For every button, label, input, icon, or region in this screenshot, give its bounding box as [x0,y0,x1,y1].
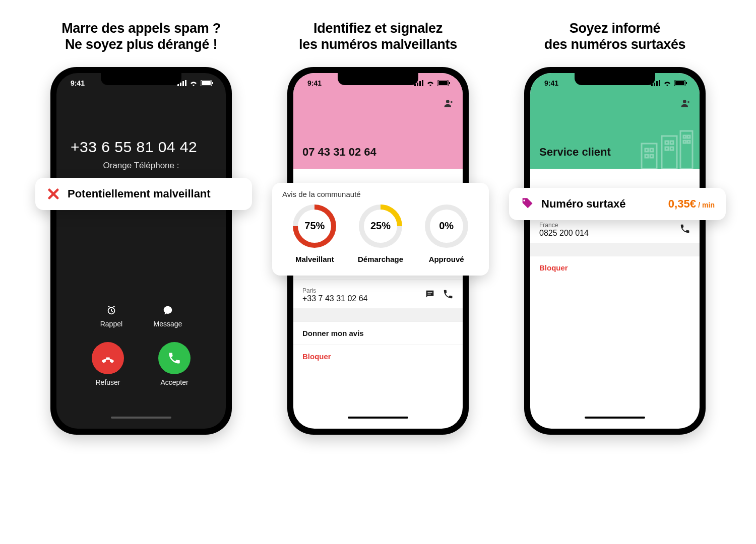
svg-rect-19 [654,83,655,86]
svg-point-41 [523,199,525,201]
detail-number: +33 7 43 31 02 64 [302,294,367,303]
svg-rect-21 [659,80,660,86]
buildings-icon [639,128,695,169]
callout-malicious: Potentiellement malveillant [35,178,252,210]
svg-rect-16 [427,292,432,293]
svg-rect-30 [650,155,653,158]
give-opinion-link[interactable]: Donner mon avis [293,321,463,345]
phone-mock-2: 9:41 07 43 31 02 64 [287,67,469,435]
svg-rect-20 [656,81,658,86]
svg-rect-2 [182,81,184,86]
add-contact-button[interactable] [680,98,690,110]
svg-rect-29 [645,155,648,158]
phone-decline-icon [100,351,115,366]
panel-2-headline: Identifiez et signalez les numéros malve… [299,20,457,53]
message-button[interactable]: Message [153,305,182,328]
donut-malicious: 75% Malveillant [293,205,336,263]
svg-rect-11 [422,80,423,86]
svg-rect-8 [414,84,416,86]
svg-rect-24 [686,82,687,84]
call-button[interactable] [679,223,690,236]
panel-3-headline: Soyez informé des numéros surtaxés [544,20,686,53]
detail-country: France [539,222,589,229]
svg-rect-6 [212,82,213,84]
svg-rect-17 [427,294,430,294]
status-icons [651,80,687,86]
phone-icon [443,289,454,300]
status-time: 9:41 [307,79,322,87]
svg-rect-14 [449,82,450,84]
cross-icon [46,187,60,201]
svg-rect-10 [419,81,421,86]
panel-1-headline: Marre des appels spam ? Ne soyez plus dé… [61,20,221,53]
detail-number: 0825 200 014 [539,229,589,237]
phone-mock-1: 9:41 +33 6 55 81 04 42 Orange Téléphone … [50,67,232,435]
svg-point-25 [683,100,686,103]
incoming-call-number: +33 6 55 81 04 42 [56,93,226,158]
svg-rect-33 [670,141,673,144]
incoming-call-app-label: Orange Téléphone : [56,161,226,171]
message-icon [162,305,173,316]
svg-rect-23 [675,81,684,85]
phone-icon [679,223,690,234]
header-service-title: Service client [539,146,611,159]
status-time: 9:41 [544,79,558,87]
svg-rect-32 [665,141,668,144]
header-phone-number: 07 43 31 02 64 [302,146,376,159]
svg-rect-37 [683,135,686,138]
svg-rect-40 [687,141,690,143]
svg-rect-31 [662,136,677,169]
block-link[interactable]: Bloquer [530,256,700,279]
donut-telemarket: 25% Démarchage [358,205,403,263]
donut-approved: 0% Approuvé [425,205,468,263]
callout-premium-text: Numéro surtaxé [541,197,626,211]
svg-rect-1 [180,83,181,86]
status-icons [177,80,214,86]
status-time: 9:41 [71,79,85,87]
svg-rect-35 [670,147,673,150]
sms-icon [424,289,435,300]
sms-button[interactable] [424,289,435,302]
callout-malicious-text: Potentiellement malveillant [68,187,211,200]
svg-rect-34 [665,147,668,150]
svg-rect-27 [645,149,648,152]
add-contact-button[interactable] [444,98,454,110]
phone-accept-icon [167,351,181,365]
phone-mock-3: 9:41 [524,67,706,435]
svg-rect-26 [642,144,657,169]
add-contact-icon [444,98,454,108]
callout-community: Avis de la communauté 75% Malveillant 25… [272,183,489,276]
detail-city: Paris [302,287,367,294]
accept-call-button[interactable]: Accepter [158,342,191,386]
block-link[interactable]: Bloquer [293,345,463,368]
svg-rect-9 [417,83,418,86]
call-button[interactable] [443,289,454,302]
callout-premium-rate: Numéro surtaxé 0,35€ / min [509,188,726,220]
svg-rect-0 [177,84,179,86]
callout-price: 0,35€ [668,197,696,210]
svg-rect-28 [650,149,653,152]
remind-button[interactable]: Rappel [100,305,122,328]
svg-rect-5 [202,81,211,85]
number-detail-row: Paris +33 7 43 31 02 64 [293,280,463,308]
price-tag-icon [520,197,534,211]
decline-call-button[interactable]: Refuser [92,342,124,386]
svg-point-15 [446,100,450,103]
alarm-icon [106,305,117,316]
add-contact-icon [680,98,690,108]
svg-rect-3 [185,80,186,86]
status-icons [414,80,451,86]
svg-rect-18 [651,84,653,86]
callout-price-unit: / min [698,201,715,209]
callout-community-title: Avis de la communauté [282,190,479,198]
svg-rect-13 [438,81,448,85]
svg-rect-39 [683,141,686,143]
svg-rect-38 [687,135,690,138]
